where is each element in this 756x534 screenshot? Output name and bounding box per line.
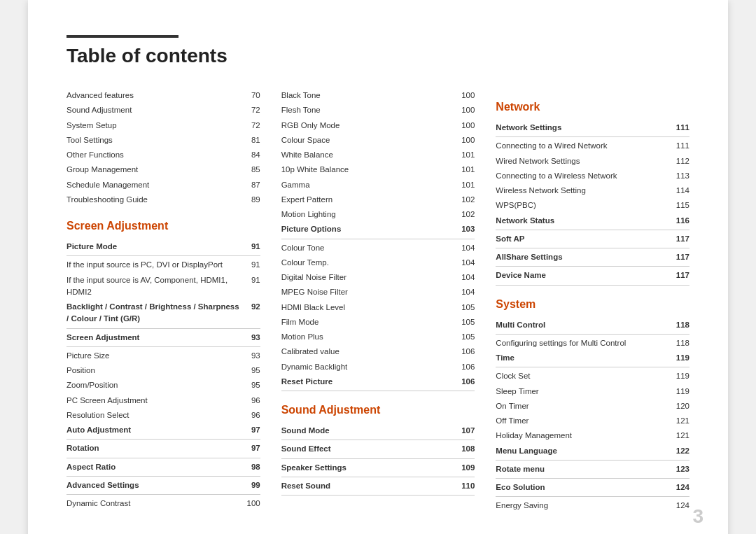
list-item: Eco Solution124 — [496, 480, 690, 497]
list-item: Resolution Select96 — [66, 408, 260, 423]
section-system: System — [496, 298, 690, 311]
list-item: Off Timer121 — [496, 414, 690, 428]
list-item: Reset Sound110 — [281, 479, 475, 496]
list-item: Zoom/Position95 — [66, 378, 260, 393]
list-item: Sound Adjustment72 — [66, 103, 260, 118]
list-item: Speaker Settings109 — [281, 461, 475, 477]
col-1: Advanced features70Sound Adjustment72Sys… — [66, 88, 281, 514]
list-item: Aspect Ratio98 — [66, 460, 260, 477]
col-2: Black Tone100Flesh Tone100RGB Only Mode1… — [281, 88, 496, 514]
list-item: PC Screen Adjustment96 — [66, 393, 260, 408]
list-item: WPS(PBC)115 — [496, 198, 690, 213]
list-item: Sound Effect108 — [281, 442, 475, 458]
list-item: On Timer120 — [496, 399, 690, 414]
list-item: Time119 — [496, 351, 690, 367]
list-item: Film Mode105 — [281, 315, 475, 330]
list-item: If the input source is AV, Component, HD… — [66, 273, 260, 300]
list-item: Flesh Tone100 — [281, 103, 475, 118]
list-item: System Setup72 — [66, 118, 260, 133]
list-item: AllShare Settings117 — [496, 250, 690, 267]
list-item: Position95 — [66, 363, 260, 378]
list-item: Schedule Management87 — [66, 178, 260, 192]
list-item: Motion Plus105 — [281, 330, 475, 344]
list-item: Picture Mode91 — [66, 239, 260, 256]
list-item: Troubleshooting Guide89 — [66, 192, 260, 207]
list-item: Motion Lighting102 — [281, 207, 475, 222]
intro-items: Advanced features70Sound Adjustment72Sys… — [66, 88, 260, 207]
list-item: Dynamic Contrast100 — [66, 496, 260, 511]
list-item: White Balance101 — [281, 148, 475, 162]
list-item: Auto Adjustment97 — [66, 423, 260, 440]
list-item: If the input source is PC, DVI or Displa… — [66, 258, 260, 272]
list-item: Connecting to a Wireless Network113 — [496, 169, 690, 183]
page-number: 3 — [692, 505, 704, 528]
list-item: Black Tone100 — [281, 88, 475, 103]
list-item: HDMI Black Level105 — [281, 300, 475, 315]
title-bar — [66, 35, 178, 38]
list-item: Wireless Network Setting114 — [496, 183, 690, 198]
list-item: Wired Network Settings112 — [496, 154, 690, 169]
list-item: Dynamic Backlight106 — [281, 360, 475, 374]
list-item: Advanced features70 — [66, 88, 260, 103]
list-item: Network Settings111 — [496, 120, 690, 137]
list-item: Picture Options103 — [281, 222, 475, 239]
section-network: Network — [496, 101, 690, 113]
list-item: Reset Picture106 — [281, 374, 475, 391]
list-item: Energy Saving124 — [496, 498, 690, 513]
list-item: Multi Control118 — [496, 318, 690, 335]
list-item: Clock Set119 — [496, 369, 690, 384]
page-title: Table of contents — [66, 45, 690, 67]
list-item: Menu Language122 — [496, 444, 690, 461]
list-item: Sound Mode107 — [281, 423, 475, 440]
list-item: Backlight / Contrast / Brightness / Shar… — [66, 300, 260, 329]
list-item: Expert Pattern102 — [281, 192, 475, 207]
list-item: Rotation97 — [66, 441, 260, 458]
list-item: Sleep Timer119 — [496, 384, 690, 399]
col-3: NetworkNetwork Settings111Connecting to … — [496, 88, 690, 514]
list-item: Group Management85 — [66, 162, 260, 177]
list-item: Picture Size93 — [66, 349, 260, 363]
list-item: Tool Settings81 — [66, 133, 260, 148]
list-item: Gamma101 — [281, 178, 475, 192]
list-item: Colour Space100 — [281, 133, 475, 148]
list-item: Screen Adjustment93 — [66, 330, 260, 347]
list-item: Other Functions84 — [66, 148, 260, 162]
list-item: Calibrated value106 — [281, 344, 475, 359]
list-item: Connecting to a Wired Network111 — [496, 139, 690, 153]
list-item: Holiday Management121 — [496, 428, 690, 443]
list-item: Soft AP117 — [496, 232, 690, 248]
list-item: Configuring settings for Multi Control11… — [496, 336, 690, 351]
list-item: Colour Temp.104 — [281, 255, 475, 270]
list-item: RGB Only Mode100 — [281, 118, 475, 133]
section-screen-adjustment: Screen Adjustment — [66, 220, 260, 232]
list-item: Device Name117 — [496, 268, 690, 285]
list-item: Digital Noise Filter104 — [281, 270, 475, 285]
list-item: 10p White Balance101 — [281, 162, 475, 177]
section-sound-adjustment: Sound Adjustment — [281, 404, 475, 416]
list-item: Advanced Settings99 — [66, 478, 260, 495]
columns: Advanced features70Sound Adjustment72Sys… — [66, 88, 690, 514]
list-item: Rotate menu123 — [496, 462, 690, 479]
list-item: Network Status116 — [496, 213, 690, 230]
list-item: MPEG Noise Filter104 — [281, 285, 475, 300]
page: Table of contents Advanced features70Sou… — [28, 0, 728, 534]
list-item: Colour Tone104 — [281, 241, 475, 255]
